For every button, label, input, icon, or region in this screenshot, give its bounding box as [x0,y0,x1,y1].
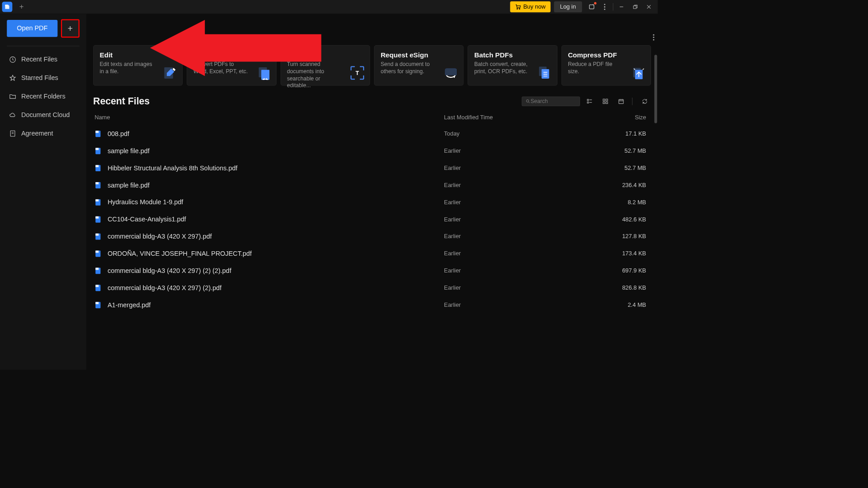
file-name: sample file.pdf [108,182,444,189]
scrollbar[interactable] [654,55,657,294]
tool-card[interactable]: Request eSign Send a document to others … [374,45,464,85]
tool-card[interactable]: OCR PDF Turn scanned documents into sear… [280,45,370,85]
file-row[interactable]: sample file.pdf Earlier 236.4 KB [93,177,651,194]
svg-rect-18 [261,70,269,80]
kebab-menu-icon[interactable] [598,0,611,14]
file-row[interactable]: commercial bldg-A3 (420 X 297) (2).pdf E… [93,279,651,296]
svg-rect-56 [95,234,99,236]
tool-title: Convert PDF [193,51,270,59]
file-row[interactable]: sample file.pdf Earlier 52.7 MB [93,142,651,160]
file-modified: Earlier [444,165,588,172]
column-size[interactable]: Size [588,114,649,121]
file-row[interactable]: Hibbeler Structural Analysis 8th Solutio… [93,160,651,177]
svg-rect-46 [95,148,99,150]
create-pdf-button[interactable]: + [61,19,80,38]
maximize-button[interactable] [628,0,642,14]
sidebar-item-document-cloud[interactable]: Document Cloud [7,106,80,124]
pdf-file-icon [94,250,102,258]
search-box[interactable] [522,97,580,106]
notifications-icon[interactable] [585,1,598,13]
login-button[interactable]: Log in [554,1,582,12]
file-row[interactable]: ORDOÑA, VINCE JOSEPH_FINAL PROJECT.pdf E… [93,245,651,263]
tool-icon [443,66,458,80]
svg-point-2 [519,9,520,9]
tool-icon [631,66,646,80]
tool-desc: Reduce a PDF file size. [568,61,623,75]
file-name: commercial bldg-A3 (420 X 297).pdf [108,233,444,240]
file-size: 826.8 KB [588,285,649,291]
sidebar-item-label: Document Cloud [21,111,70,119]
file-list: Name Last Modified Time Size 008.pdf Tod… [93,110,651,314]
file-size: 173.4 KB [588,250,649,257]
new-tab-button[interactable]: + [16,2,27,12]
file-name: Hibbeler Structural Analysis 8th Solutio… [108,164,444,172]
folder-icon [9,93,17,100]
sidebar-item-agreement[interactable]: Agreement [7,124,80,143]
tool-card[interactable]: Batch PDFs Batch convert, create, print,… [468,45,557,85]
svg-rect-39 [619,99,623,103]
svg-rect-62 [95,285,99,287]
sidebar-item-label: Agreement [21,130,53,137]
sidebar-item-label: Recent Files [21,56,57,64]
close-button[interactable] [642,0,656,14]
file-size: 8.2 MB [588,199,649,206]
pdf-file-icon [94,233,102,240]
tool-card[interactable]: Edit Edit texts and images in a file. [93,45,183,85]
column-name[interactable]: Name [94,114,444,121]
login-label: Log in [560,4,576,10]
svg-point-1 [517,9,518,9]
file-size: 236.4 KB [588,182,649,188]
file-modified: Earlier [444,233,588,240]
search-icon [525,99,530,104]
sidebar-item-starred-files[interactable]: Starred Files [7,69,80,87]
pdf-file-icon [94,284,102,292]
file-size: 52.7 MB [588,148,649,155]
sidebar-item-recent-files[interactable]: Recent Files [7,50,80,69]
svg-point-4 [604,4,605,5]
column-modified[interactable]: Last Modified Time [444,114,588,121]
svg-text:T: T [356,70,359,76]
open-pdf-button[interactable]: Open PDF [7,20,57,37]
svg-rect-60 [95,267,99,270]
pdf-file-icon [94,164,102,172]
file-name: 008.pdf [108,130,444,138]
tools-more-button[interactable] [651,32,656,42]
minimize-button[interactable] [614,0,628,14]
file-modified: Earlier [444,148,588,155]
file-row[interactable]: commercial bldg-A3 (420 X 297) (2) (2).p… [93,262,651,279]
file-row[interactable]: commercial bldg-A3 (420 X 297).pdf Earli… [93,228,651,245]
pdf-file-icon [94,199,102,206]
svg-rect-32 [587,102,589,103]
svg-rect-52 [95,199,99,202]
file-name: sample file.pdf [108,147,444,155]
tool-card[interactable]: Convert PDF Convert PDFs to Word, Excel,… [187,45,276,85]
file-row[interactable]: 008.pdf Today 17.1 KB [93,125,651,142]
file-size: 127.8 KB [588,233,649,240]
file-modified: Earlier [444,216,588,223]
tool-icon [537,66,552,80]
svg-rect-48 [95,165,99,167]
view-list-button[interactable] [584,95,596,108]
pdf-file-icon [94,130,102,138]
cloud-icon [9,111,17,119]
document-icon [9,130,17,137]
search-input[interactable] [530,98,576,104]
file-row[interactable]: Hydraulics Module 1-9.pdf Earlier 8.2 MB [93,194,651,211]
refresh-button[interactable] [639,95,651,108]
tool-title: Batch PDFs [474,51,551,59]
calendar-filter-button[interactable] [615,95,627,108]
cart-icon [515,4,521,10]
svg-rect-64 [95,302,99,304]
file-row[interactable]: A1-merged.pdf Earlier 2.4 MB [93,296,651,314]
sidebar-item-recent-folders[interactable]: Recent Folders [7,87,80,106]
file-size: 2.4 MB [588,302,649,309]
list-header: Name Last Modified Time Size [93,110,651,125]
file-size: 17.1 KB [588,131,649,137]
app-logo-icon [2,2,13,12]
open-pdf-label: Open PDF [17,25,47,32]
tool-card[interactable]: Compress PDF Reduce a PDF file size. [561,45,651,85]
file-row[interactable]: CC104-Case-Analysis1.pdf Earlier 482.6 K… [93,211,651,228]
buy-now-button[interactable]: Buy now [510,1,551,12]
view-grid-button[interactable] [599,95,611,108]
clock-icon [9,56,17,64]
